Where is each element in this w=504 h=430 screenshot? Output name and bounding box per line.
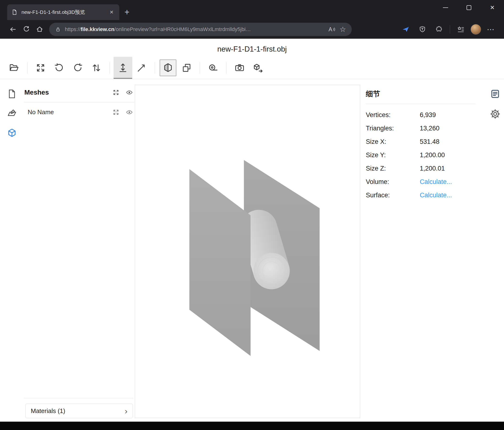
screenshot-button[interactable]	[230, 57, 249, 79]
favorite-star-icon[interactable]: ☆	[340, 26, 346, 33]
flip-vertical-icon	[91, 63, 102, 73]
url-text: https://file.kkview.cn/onlinePreview?url…	[65, 26, 325, 32]
model-viewport[interactable]	[135, 85, 360, 418]
home-button[interactable]	[33, 23, 46, 36]
detail-label: Volume:	[366, 178, 420, 186]
url-bar[interactable]: https://file.kkview.cn/onlinePreview?url…	[49, 23, 352, 36]
browser-menu-button[interactable]: ⋯	[484, 23, 498, 36]
details-rows: Vertices: 6,939 Triangles: 13,260 Size X…	[366, 108, 486, 202]
detail-value: 6,939	[420, 111, 436, 119]
materials-panel-button[interactable]	[7, 108, 17, 120]
meshes-header-title: Meshes	[24, 89, 106, 96]
profile-avatar[interactable]	[471, 24, 481, 35]
chevron-right-icon: ›	[125, 407, 127, 415]
mesh-list-item[interactable]: No Name	[24, 102, 134, 116]
fit-view-icon	[35, 63, 46, 73]
details-panel: 细节 Vertices: 6,939 Triangles: 13,260 Siz…	[360, 79, 486, 422]
window-minimize-button[interactable]	[434, 0, 457, 15]
favorites-hub-button[interactable]	[454, 23, 468, 36]
detail-label: Triangles:	[366, 125, 420, 132]
extensions-button[interactable]	[432, 23, 446, 36]
projection-icon	[181, 63, 192, 73]
shield-t-icon	[419, 26, 426, 33]
rotate-right-button[interactable]	[69, 57, 87, 79]
move-tool-button[interactable]	[114, 57, 132, 79]
details-panel-button[interactable]	[490, 89, 500, 100]
detail-value: 13,260	[420, 125, 440, 132]
fit-view-button[interactable]	[31, 57, 50, 79]
settings-button[interactable]	[490, 109, 500, 120]
maximize-icon	[467, 5, 471, 10]
rotate-right-icon	[72, 63, 83, 73]
left-icon-strip	[0, 79, 24, 422]
open-file-icon	[9, 63, 19, 73]
tab-title: new-F1-D1-1-first.obj3D预览	[21, 9, 104, 16]
zoom-to-all-icon[interactable]	[112, 89, 120, 96]
read-aloud-icon: A	[329, 26, 332, 33]
measure-tape-icon	[208, 63, 218, 73]
toolbar-separator	[200, 62, 200, 74]
panel-spacer	[24, 116, 134, 398]
viewer-content: Meshes No Name Materials (1) ›	[0, 79, 504, 422]
url-path: /onlinePreview?url=aHR0cHM6Ly9maWxlLmtrd…	[114, 26, 251, 32]
window-maximize-button[interactable]	[457, 0, 481, 15]
taskbar-strip	[0, 422, 504, 430]
star-list-icon	[457, 26, 465, 33]
detail-label: Vertices:	[366, 111, 420, 119]
shield-extension-button[interactable]	[415, 23, 429, 36]
window-close-button[interactable]: ✕	[481, 0, 504, 15]
meshes-panel: Meshes No Name Materials (1) ›	[24, 79, 135, 422]
visibility-mesh-icon[interactable]	[126, 109, 133, 116]
rotate-left-icon	[54, 63, 64, 73]
materials-button[interactable]: Materials (1) ›	[25, 403, 133, 418]
open-file-button[interactable]	[5, 57, 23, 79]
zoom-to-mesh-icon[interactable]	[112, 109, 120, 116]
calculate-volume-link[interactable]: Calculate...	[420, 178, 452, 186]
settings-gear-icon	[490, 109, 500, 119]
rotate-left-button[interactable]	[50, 57, 69, 79]
window-controls: ✕	[434, 0, 504, 15]
page-title: new-F1-D1-1-first.obj	[0, 39, 504, 54]
read-aloud-button[interactable]: A	[329, 26, 336, 33]
toolbar-separator	[109, 62, 110, 74]
file-panel-button[interactable]	[7, 89, 17, 100]
extension-blue-button[interactable]	[399, 23, 413, 36]
back-icon	[9, 26, 17, 33]
detail-value: 1,200.00	[420, 151, 445, 159]
file-icon	[7, 89, 17, 99]
shaded-view-button[interactable]	[160, 59, 176, 76]
url-domain: file.kkview.cn	[81, 26, 114, 32]
detail-row-surface: Surface: Calculate...	[366, 188, 486, 202]
detail-label: Size Y:	[366, 151, 420, 159]
projection-button[interactable]	[177, 57, 196, 79]
mesh-cube-icon	[7, 128, 17, 138]
new-tab-button[interactable]: +	[119, 4, 135, 20]
export-view-button[interactable]	[249, 57, 268, 79]
browser-window: new-F1-D1-1-first.obj3D预览 ✕ + ✕ https://…	[0, 0, 504, 430]
tab-close-icon[interactable]: ✕	[108, 9, 115, 15]
meshes-panel-button[interactable]	[7, 128, 17, 139]
visibility-all-icon[interactable]	[126, 89, 133, 96]
calculate-surface-link[interactable]: Calculate...	[420, 192, 452, 199]
toolbar-separator	[155, 62, 155, 74]
details-header: 细节	[366, 89, 486, 99]
line-tool-button[interactable]	[132, 57, 151, 79]
close-icon: ✕	[490, 4, 495, 11]
detail-row-size-y: Size Y: 1,200.00	[366, 148, 486, 162]
preview-page: new-F1-D1-1-first.obj	[0, 39, 504, 422]
line-tool-icon	[136, 63, 147, 73]
detail-value: 1,200.01	[420, 165, 445, 172]
measure-button[interactable]	[204, 57, 222, 79]
browser-tab[interactable]: new-F1-D1-1-first.obj3D预览 ✕	[7, 4, 119, 20]
mesh-item-name: No Name	[28, 108, 106, 116]
model-plane-left	[189, 169, 251, 356]
camera-icon	[234, 63, 245, 73]
detail-row-vertices: Vertices: 6,939	[366, 108, 486, 122]
flip-vertical-button[interactable]	[87, 57, 106, 79]
back-button[interactable]	[6, 23, 19, 36]
model-scene	[135, 85, 360, 418]
navbar-right: ⋯	[399, 23, 498, 36]
refresh-button[interactable]	[19, 23, 33, 36]
right-icon-strip	[486, 79, 504, 422]
detail-label: Size Z:	[366, 165, 420, 172]
